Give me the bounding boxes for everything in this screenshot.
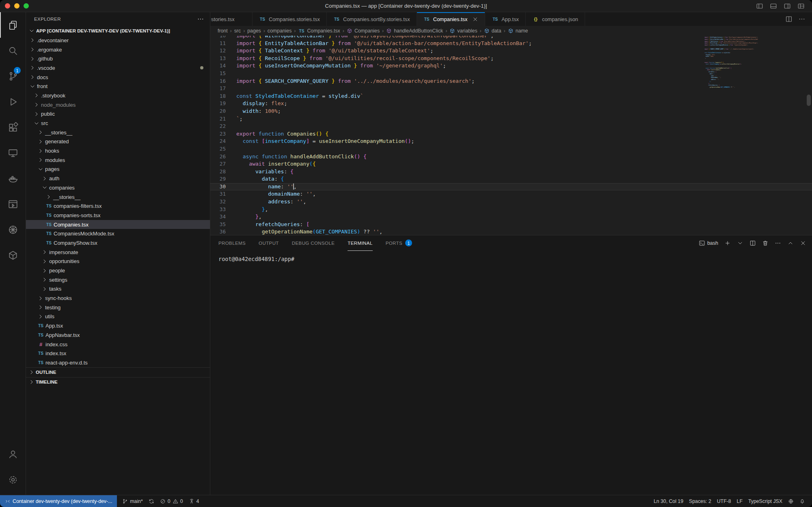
breadcrumb-companies[interactable]: Companies	[347, 28, 380, 34]
sidebar-section-timeline[interactable]: TIMELINE	[26, 377, 210, 387]
maximize-panel-button[interactable]	[787, 240, 794, 246]
breadcrumb-front[interactable]: front	[218, 28, 228, 34]
notifications[interactable]	[797, 495, 808, 507]
tree-item-sync-hooks[interactable]: sync-hooks	[26, 293, 210, 303]
tree-item-pages[interactable]: pages	[26, 165, 210, 174]
split-editor-icon[interactable]	[785, 15, 793, 23]
tree-item-companyshow-tsx[interactable]: TSCompanyShow.tsx	[26, 238, 210, 248]
chevron-down-icon[interactable]	[29, 83, 36, 90]
chevron-right-icon[interactable]	[41, 249, 48, 255]
chevron-right-icon[interactable]	[41, 276, 48, 283]
language-mode[interactable]: TypeScript JSX	[745, 495, 785, 507]
minimize-window-button[interactable]	[14, 3, 19, 9]
encoding[interactable]: UTF-8	[714, 495, 734, 507]
tab-companies-stories-tsx[interactable]: TSCompanies.stories.tsx	[253, 12, 327, 26]
chevron-right-icon[interactable]	[37, 129, 44, 136]
panel-tab-ports[interactable]: PORTS1	[386, 235, 412, 251]
tree-item-storybook[interactable]: .storybook	[26, 91, 210, 100]
tree-item-react-app-env-d-ts[interactable]: TSreact-app-env.d.ts	[26, 358, 210, 367]
panel-tab-debug-console[interactable]: DEBUG CONSOLE	[292, 235, 335, 251]
eol[interactable]: LF	[734, 495, 745, 507]
breadcrumb-pages[interactable]: pages	[247, 28, 261, 34]
more-icon[interactable]	[798, 15, 806, 23]
tree-item-companies-filters-tsx[interactable]: TScompanies-filters.tsx	[26, 201, 210, 211]
chevron-right-icon[interactable]	[37, 295, 44, 302]
chevron-right-icon[interactable]	[29, 65, 36, 71]
chevron-right-icon[interactable]	[33, 101, 40, 108]
chevron-right-icon[interactable]	[33, 92, 40, 99]
activity-item-container-tools[interactable]	[0, 242, 26, 268]
breadcrumb-companies[interactable]: companies	[268, 28, 292, 34]
chevron-right-icon[interactable]	[41, 258, 48, 265]
remote-status[interactable]	[785, 495, 797, 507]
editor-scrollbar-thumb[interactable]	[807, 95, 811, 106]
terminal-dropdown[interactable]	[737, 240, 743, 246]
tree-item-stories[interactable]: __stories__	[26, 192, 210, 202]
tree-item-ergomake[interactable]: .ergomake	[26, 45, 210, 54]
activity-item-preview[interactable]	[0, 191, 26, 217]
tree-item-app-tsx[interactable]: TSApp.tsx	[26, 321, 210, 330]
toggle-secondary-icon[interactable]	[784, 2, 791, 10]
close-window-button[interactable]	[5, 3, 10, 9]
breadcrumb-companies-tsx[interactable]: TSCompanies.tsx	[298, 28, 340, 34]
chevron-down-icon[interactable]	[41, 184, 48, 191]
activity-item-kubernetes[interactable]	[0, 217, 26, 242]
tree-item-companies-sorts-tsx[interactable]: TScompanies-sorts.tsx	[26, 211, 210, 220]
tree-item-vscode[interactable]: .vscode	[26, 63, 210, 73]
tree-item-appnavbar-tsx[interactable]: TSAppNavbar.tsx	[26, 330, 210, 340]
zoom-window-button[interactable]	[24, 3, 29, 9]
tree-item-src[interactable]: src	[26, 119, 210, 128]
tree-item-stories[interactable]: __stories__	[26, 128, 210, 137]
tree-item-impersonate[interactable]: impersonate	[26, 248, 210, 257]
indentation[interactable]: Spaces: 2	[686, 495, 714, 507]
terminal-content[interactable]: root@0a42ecd84891:/app#	[210, 251, 812, 495]
tree-item-github[interactable]: .github	[26, 54, 210, 63]
chevron-right-icon[interactable]	[37, 313, 44, 320]
tab-companies-tsx[interactable]: TSCompanies.tsx	[417, 12, 486, 26]
tree-item-generated[interactable]: generated	[26, 137, 210, 147]
panel-tab-problems[interactable]: PROBLEMS	[218, 235, 246, 251]
tree-item-companiesmockmode-tsx[interactable]: TSCompaniesMockMode.tsx	[26, 229, 210, 238]
activity-item-run-debug[interactable]	[0, 89, 26, 114]
sync-changes[interactable]	[146, 495, 157, 507]
breadcrumb-src[interactable]: src	[234, 28, 241, 34]
remote-indicator[interactable]: Container dev-twenty-dev (dev-twenty-dev…	[0, 495, 117, 507]
code-editor[interactable]: 10import { WithTopbarContainer } from '@…	[210, 36, 812, 235]
chevron-right-icon[interactable]	[41, 175, 48, 182]
breadcrumb-handleaddbuttonclick[interactable]: handleAddButtonClick	[386, 28, 443, 34]
chevron-down-icon[interactable]	[33, 120, 40, 127]
toggle-sidebar-icon[interactable]	[756, 2, 763, 10]
git-branch[interactable]: main*	[119, 495, 145, 507]
split-terminal-button[interactable]	[749, 240, 756, 246]
tab-app-tsx[interactable]: TSApp.tsx	[485, 12, 526, 26]
tree-item-node-modules[interactable]: node_modules	[26, 100, 210, 110]
panel-tab-output[interactable]: OUTPUT	[259, 235, 279, 251]
chevron-right-icon[interactable]	[33, 111, 40, 117]
tree-item-people[interactable]: people	[26, 266, 210, 275]
cursor-position[interactable]: Ln 30, Col 19	[651, 495, 686, 507]
chevron-right-icon[interactable]	[29, 37, 36, 43]
chevron-right-icon[interactable]	[45, 194, 52, 200]
close-tab-icon[interactable]	[472, 16, 478, 22]
customize-layout-icon[interactable]	[797, 2, 805, 10]
activity-item-extensions[interactable]	[0, 114, 26, 140]
chevron-right-icon[interactable]	[41, 268, 48, 274]
sidebar-section-outline[interactable]: OUTLINE	[26, 367, 210, 377]
activity-item-search[interactable]	[0, 38, 26, 63]
tree-item-testing[interactable]: testing	[26, 303, 210, 312]
shell-selector[interactable]: bash	[699, 240, 718, 246]
new-terminal-button[interactable]	[724, 240, 731, 246]
tree-item-tasks[interactable]: tasks	[26, 285, 210, 294]
toggle-panel-icon[interactable]	[770, 2, 777, 10]
minimap[interactable]: import { WithTopbarContainer } from '@/u…	[704, 37, 758, 228]
chevron-down-icon[interactable]	[37, 166, 44, 173]
chevron-right-icon[interactable]	[37, 148, 44, 154]
chevron-right-icon[interactable]	[29, 46, 36, 53]
activity-item-accounts[interactable]	[0, 441, 26, 467]
workspace-section-header[interactable]: APP [CONTAINER DEV-TWENTY-DEV (DEV-TWENT…	[26, 26, 210, 36]
tab-companies-json[interactable]: {}companies.json	[526, 12, 585, 26]
close-panel-button[interactable]	[800, 240, 806, 246]
code-line-36[interactable]: 36 getOperationName(GET_COMPANIES) ?? ''…	[210, 228, 812, 235]
tree-item-auth[interactable]: auth	[26, 174, 210, 183]
forwarded-ports[interactable]: 4	[186, 495, 202, 507]
